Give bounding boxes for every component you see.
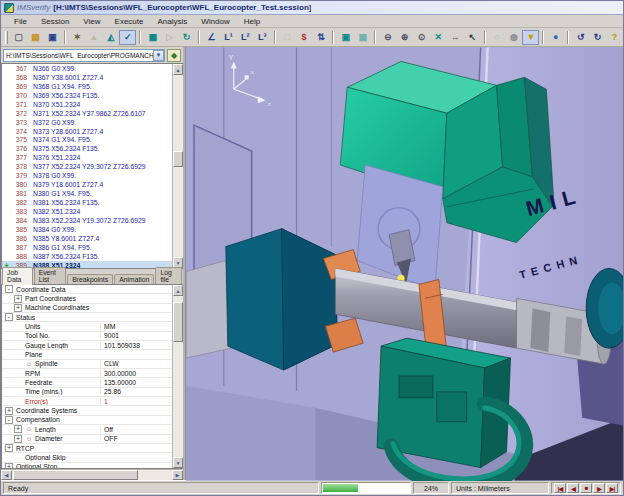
property-row[interactable]: +Part Coordinates [2,294,172,303]
play-button[interactable]: ▶ [593,483,605,493]
nc-line[interactable]: 388N387 X56.2324 F135. [2,252,172,261]
scroll-up-icon[interactable]: ▲ [173,64,183,75]
nc-line[interactable]: 386N385 Y8.6001 Z727.4 [2,234,172,243]
nc-line[interactable]: 369N368 G1 X94. F95. [2,82,172,91]
property-row[interactable]: UnitsMM [2,322,172,331]
property-row[interactable]: Error(s)1 [2,397,172,406]
property-row[interactable]: +Machine Coordinates [2,304,172,313]
help-button[interactable]: ? [606,30,623,45]
property-row[interactable]: RPM300.00000 [2,369,172,378]
simulate-mode-button[interactable]: ◭ [103,30,120,45]
property-grid[interactable]: -Coordinate Data+Part Coordinates+Machin… [2,285,172,468]
program-path-combo[interactable]: H:\IMTS\Sessions\WFL_Eurocopter\PROGMANC… [3,49,165,62]
menu-item-view[interactable]: View [76,17,107,26]
viewport-single-button[interactable]: ▣ [337,30,354,45]
nc-line[interactable]: 367N366 G0 X99. [2,64,172,73]
hscroll-thumb[interactable] [13,470,138,480]
new-session-button[interactable]: ▢ [10,30,27,45]
property-row[interactable]: Optional Skip [2,453,172,462]
menu-item-window[interactable]: Window [194,17,236,26]
tab-event-list[interactable]: Event List [34,267,67,284]
go-last-button[interactable]: ▶| [606,483,618,493]
machine-setup-button[interactable]: ✶ [69,30,86,45]
property-scroll-thumb[interactable] [173,302,183,342]
expand-icon[interactable]: + [14,425,22,433]
expand-icon[interactable]: + [14,295,22,303]
pan-button[interactable]: ↔ [447,30,464,45]
zoom-extents-button[interactable]: ✕ [430,30,447,45]
tool-cost-button[interactable]: $ [296,30,313,45]
nc-line[interactable]: 371N370 X51.2324 [2,100,172,109]
nc-line[interactable]: 378N377 X52.2324 Y29.3072 Z726.6929 [2,162,172,171]
measure-linear-2-button[interactable]: L² [237,30,254,45]
property-hscrollbar[interactable]: ◀ ▶ [1,469,183,480]
measure-linear-3-button[interactable]: L³ [254,30,271,45]
nc-line[interactable]: 376N375 X56.2324 F135. [2,144,172,153]
menu-item-file[interactable]: File [7,17,34,26]
property-row[interactable]: Time (mins.)25.86 [2,388,172,397]
open-session-button[interactable]: ▤ [27,30,44,45]
expand-icon[interactable]: + [5,407,13,415]
property-row[interactable]: Gauge Length101.509038 [2,341,172,350]
scroll-left-icon[interactable]: ◀ [1,470,12,480]
expand-icon[interactable]: + [14,435,22,443]
property-row[interactable]: Tool No.9001 [2,332,172,341]
go-first-button[interactable]: |◀ [554,483,566,493]
nc-program-rows[interactable]: 367N366 G0 X99.368N367 Y38.6001 Z727.436… [2,64,172,268]
property-row[interactable]: ☼SpindleCLW [2,360,172,369]
collapse-icon[interactable]: - [5,313,13,321]
viewport-multi-button[interactable]: ▦ [354,30,371,45]
property-row[interactable]: Feedrate135.00000 [2,378,172,387]
nc-line[interactable]: 373N372 G0 X99. [2,118,172,127]
nc-line[interactable]: 372N371 X52.2324 Y37.9862 Z726.6107 [2,109,172,118]
property-scrollbar[interactable]: ▲ ▼ [172,285,183,468]
nc-line[interactable]: 375N374 G1 X94. F95. [2,136,172,145]
nc-line[interactable]: 382N381 X56.2324 F135. [2,198,172,207]
refresh-model-button[interactable]: ↻ [178,30,195,45]
expand-icon[interactable]: + [5,444,13,452]
sync-axes-button[interactable]: ⇅ [313,30,330,45]
select-arrow-button[interactable]: ↖ [464,30,481,45]
tab-breakpoints[interactable]: Breakpoints [67,274,113,284]
property-row[interactable]: +☼DiameterOFF [2,435,172,444]
collapse-icon[interactable]: - [5,416,13,424]
gauge-disabled-button[interactable]: □ [279,30,296,45]
zoom-window-button[interactable]: ⊙ [413,30,430,45]
nc-line[interactable]: 377N376 X51.2324 [2,153,172,162]
nc-line[interactable]: 383N382 X51.2324 [2,207,172,216]
nc-line[interactable]: 385N384 G0 X99. [2,225,172,234]
expand-icon[interactable]: + [5,463,13,468]
property-row[interactable]: -Coordinate Data [2,285,172,294]
nc-line[interactable]: 384N383 X52.2324 Y19.3072 Z726.6929 [2,216,172,225]
stock-setup-disabled-button[interactable]: ▲ [86,30,103,45]
zoom-in-button[interactable]: ⊕ [396,30,413,45]
stop-button[interactable]: ■ [580,483,592,493]
nc-scroll-thumb[interactable] [173,151,183,167]
nc-list-scrollbar[interactable]: ▲ ▼ [172,64,183,268]
step-back-button[interactable]: ◀ [567,483,579,493]
nc-line[interactable]: 380N379 Y18.6001 Z727.4 [2,180,172,189]
menu-item-help[interactable]: Help [237,17,267,26]
report-button[interactable]: ▦ [144,30,161,45]
section-view-button[interactable]: ▼ [522,30,539,45]
view-rotate-right-button[interactable]: ↻ [589,30,606,45]
machine-3d-view[interactable]: Y x z [185,47,624,480]
nc-line[interactable]: 379N378 G0 X99. [2,171,172,180]
verify-mode-button[interactable]: ✓ [119,30,136,45]
save-session-button[interactable]: ▣ [44,30,61,45]
rotate-sphere-button[interactable]: ● [547,30,564,45]
menu-item-execute[interactable]: Execute [108,17,151,26]
measure-angle-button[interactable]: ∠ [203,30,220,45]
scroll-right-icon[interactable]: ▶ [172,470,183,480]
program-manager-button[interactable]: ◆ [167,49,181,62]
property-row[interactable]: +Optional Stop [2,463,172,468]
property-row[interactable]: +☼LengthOff [2,425,172,434]
hscroll-track[interactable] [12,470,172,480]
property-row[interactable]: +RTCP [2,444,172,453]
nc-line[interactable]: 370N369 X56.2324 F135. [2,91,172,100]
nc-line[interactable]: 387N386 G1 X94. F95. [2,243,172,252]
scroll-down-icon[interactable]: ▼ [173,457,183,468]
tab-animation[interactable]: Animation [114,274,154,284]
property-row[interactable]: -Compensation [2,416,172,425]
tab-job-data[interactable]: Job Data [2,267,33,285]
